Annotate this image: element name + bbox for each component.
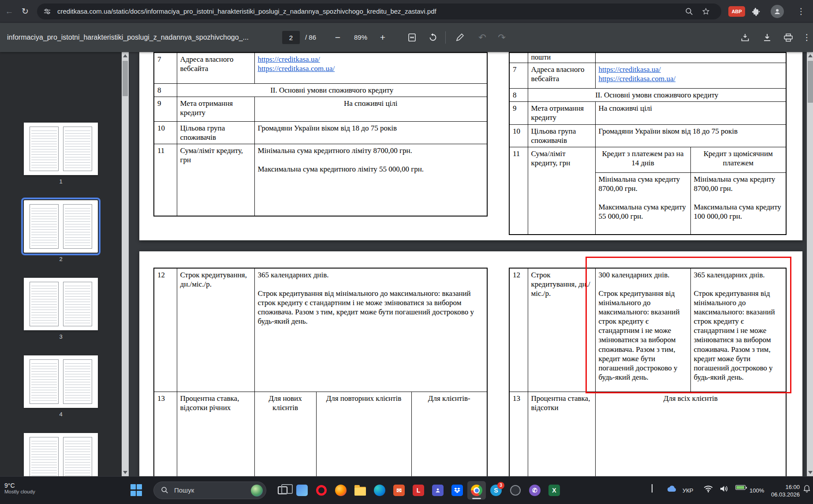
table-row-fragment: пошти bbox=[509, 52, 786, 63]
obs-icon[interactable] bbox=[506, 481, 525, 500]
sidebar-scrollbar[interactable] bbox=[122, 52, 129, 476]
zoom-search-icon[interactable] bbox=[685, 7, 693, 17]
teams-icon[interactable] bbox=[429, 481, 447, 500]
battery-percent[interactable]: 100% bbox=[750, 485, 764, 496]
language-indicator[interactable]: УКР bbox=[682, 485, 694, 496]
thumbnail-label: 1 bbox=[0, 178, 122, 185]
pdf-viewer: 7 Адреса власного вебсайта https://credi… bbox=[129, 52, 813, 476]
thumbnail-label: 4 bbox=[0, 411, 122, 418]
back-icon[interactable]: ← bbox=[2, 0, 17, 23]
annotation-red-box bbox=[586, 257, 791, 393]
reload-icon[interactable]: ↻ bbox=[18, 0, 33, 23]
clock[interactable]: 16:00 06.03.2026 bbox=[771, 483, 800, 498]
scroll-up-arrow[interactable] bbox=[808, 54, 813, 57]
firefox-icon[interactable] bbox=[332, 481, 350, 500]
row-number-cell: 7 bbox=[509, 63, 528, 88]
dropbox-icon[interactable] bbox=[448, 481, 466, 500]
fit-page-icon[interactable] bbox=[404, 30, 420, 45]
wifi-icon[interactable] bbox=[704, 485, 713, 494]
website-link[interactable]: https://creditkasa.com.ua/ bbox=[599, 74, 783, 83]
row-number-cell: 13 bbox=[154, 392, 177, 476]
rate-group-cell: Для повторних клієнтів bbox=[316, 392, 411, 476]
tray-chevron-up-icon[interactable] bbox=[652, 485, 653, 493]
thumbnail-page-5[interactable]: 5 bbox=[0, 433, 122, 476]
thumbnail-page-1[interactable]: 1 bbox=[0, 123, 122, 185]
adblock-extension-badge[interactable]: ABP bbox=[728, 6, 745, 17]
url-text[interactable]: creditkasa.com.ua/static/docs/informaciy… bbox=[57, 7, 436, 15]
scroll-down-arrow[interactable] bbox=[808, 471, 813, 474]
extensions-puzzle-icon[interactable] bbox=[749, 0, 764, 23]
rate-group-cell: Для нових клієнтів bbox=[254, 392, 316, 476]
scrollbar-thumb[interactable] bbox=[123, 61, 128, 96]
table-row: 7 Адреса власного вебсайта https://credi… bbox=[509, 63, 786, 88]
skype-icon[interactable]: S3 bbox=[487, 481, 505, 500]
website-link[interactable]: https://creditkasa.ua/ bbox=[599, 65, 783, 74]
thumbnail-image[interactable] bbox=[24, 200, 98, 253]
pdf-page-3: 12 Строк кредитування, дн./міс./р. 365 к… bbox=[139, 251, 802, 476]
thumbnail-image[interactable] bbox=[24, 433, 98, 476]
excel-icon[interactable]: X bbox=[545, 481, 563, 500]
left-table-page3: 12 Строк кредитування, дн./міс./р. 365 к… bbox=[153, 268, 488, 476]
thumbnail-page-2-selected[interactable]: 2 bbox=[0, 200, 122, 262]
redo-icon[interactable]: ↷ bbox=[494, 30, 510, 45]
table-row: 8 ІІ. Основні умови споживчого кредиту bbox=[509, 88, 786, 101]
thumbnail-page-4[interactable]: 4 bbox=[0, 355, 122, 418]
row-number-cell: 8 bbox=[509, 88, 528, 101]
start-button[interactable] bbox=[131, 484, 143, 497]
row-number-cell: 13 bbox=[509, 392, 528, 476]
profile-avatar[interactable] bbox=[771, 5, 784, 18]
row-number-cell bbox=[509, 52, 528, 63]
search-daily-image[interactable] bbox=[251, 485, 263, 497]
address-bar[interactable]: creditkasa.com.ua/static/docs/informaciy… bbox=[37, 4, 721, 19]
notification-badge: 3 bbox=[497, 482, 504, 489]
taskbar-search[interactable]: Пошук bbox=[153, 482, 266, 499]
label-cell: Мета отримання кредиту bbox=[528, 101, 595, 124]
scrollbar-thumb[interactable] bbox=[808, 61, 813, 103]
scroll-down-arrow[interactable] bbox=[123, 471, 127, 474]
row-number-cell: 12 bbox=[509, 268, 528, 392]
undo-icon[interactable]: ↶ bbox=[474, 30, 490, 45]
weather-widget[interactable]: 9°C Mostly cloudy bbox=[4, 482, 35, 494]
scroll-up-arrow[interactable] bbox=[123, 54, 127, 57]
bookmark-star-icon[interactable] bbox=[702, 7, 710, 17]
website-link[interactable]: https://creditkasa.com.ua/ bbox=[258, 64, 484, 73]
volume-icon[interactable] bbox=[720, 485, 728, 494]
mail-app-icon[interactable]: ✉ bbox=[390, 481, 408, 500]
min-amount-text: Мінімальна сума кредиту 8700,00 грн. bbox=[694, 175, 783, 193]
annotate-pen-icon[interactable] bbox=[451, 30, 467, 45]
chrome-icon-active[interactable] bbox=[467, 481, 486, 500]
term-paragraph: Строк кредитування від мінімального до м… bbox=[258, 289, 484, 326]
file-explorer-icon[interactable] bbox=[351, 481, 369, 500]
download-icon[interactable] bbox=[759, 30, 775, 45]
print-icon[interactable] bbox=[780, 30, 796, 45]
edge-icon[interactable] bbox=[370, 481, 389, 500]
libreoffice-icon[interactable]: L bbox=[409, 481, 428, 500]
notification-bell-icon[interactable] bbox=[803, 485, 810, 494]
viber-icon[interactable]: ✆ bbox=[526, 481, 544, 500]
widgets-icon[interactable] bbox=[293, 481, 311, 500]
pdf-menu-icon[interactable]: ⋮ bbox=[799, 30, 813, 45]
row-number-cell: 9 bbox=[154, 97, 177, 121]
page-number-input[interactable] bbox=[282, 31, 300, 44]
product-header-cell: Кредит з щомісячним платежем bbox=[690, 147, 786, 173]
battery-icon[interactable] bbox=[735, 485, 746, 490]
onedrive-cloud-icon[interactable] bbox=[667, 485, 676, 494]
value-cell: Мінімальна сума кредитного ліміту 8700,0… bbox=[254, 144, 487, 216]
opera-icon[interactable] bbox=[312, 481, 331, 500]
thumbnail-image[interactable] bbox=[24, 123, 98, 175]
rotate-icon[interactable] bbox=[425, 30, 441, 45]
website-link[interactable]: https://creditkasa.ua/ bbox=[258, 55, 484, 64]
browser-menu-icon[interactable]: ⋮ bbox=[794, 0, 809, 23]
task-view-icon[interactable] bbox=[273, 481, 292, 500]
main-scrollbar[interactable] bbox=[807, 52, 813, 476]
label-cell: Процентна ставка, відсотки bbox=[528, 392, 595, 476]
thumbnail-image[interactable] bbox=[24, 355, 98, 408]
save-as-icon[interactable] bbox=[737, 30, 753, 45]
site-info-icon[interactable] bbox=[43, 7, 51, 17]
zoom-out-button[interactable]: − bbox=[330, 30, 346, 45]
section-title-cell: ІІ. Основні умови споживчого кредиту bbox=[528, 88, 786, 101]
thumbnail-page-3[interactable]: 3 bbox=[0, 278, 122, 340]
zoom-in-button[interactable]: + bbox=[375, 30, 391, 45]
thumbnail-image[interactable] bbox=[24, 278, 98, 330]
value-cell: Громадяни України віком від 18 до 75 рок… bbox=[254, 121, 487, 144]
